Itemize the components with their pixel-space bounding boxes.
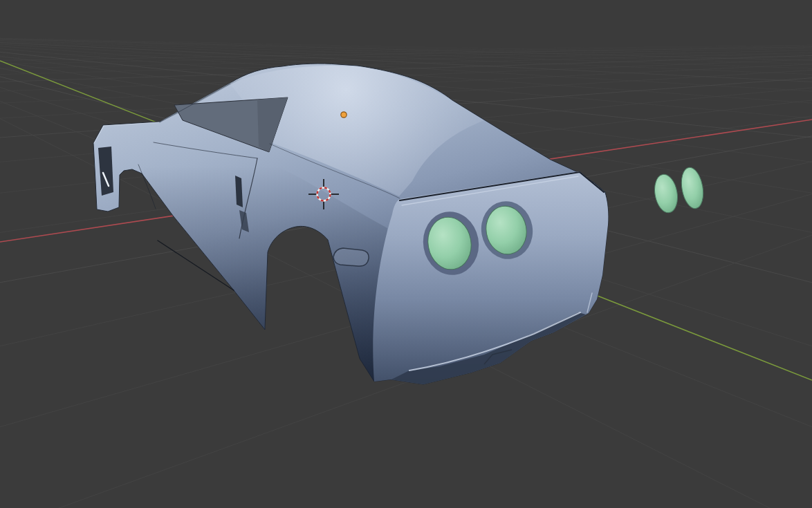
quarter-scoop-indent — [333, 248, 369, 266]
viewport-canvas[interactable] — [0, 0, 812, 508]
3d-viewport[interactable] — [0, 0, 812, 508]
object-origin-point — [341, 112, 347, 117]
